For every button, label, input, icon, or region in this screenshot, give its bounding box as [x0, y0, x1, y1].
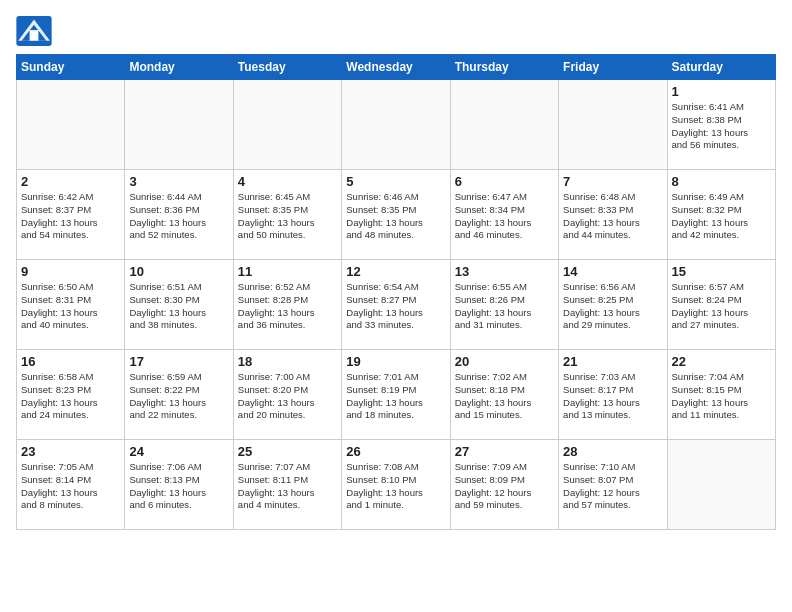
day-number: 22: [672, 354, 771, 369]
calendar-cell: 18Sunrise: 7:00 AM Sunset: 8:20 PM Dayli…: [233, 350, 341, 440]
calendar-cell: 2Sunrise: 6:42 AM Sunset: 8:37 PM Daylig…: [17, 170, 125, 260]
logo-icon: [16, 16, 52, 46]
calendar-cell: [450, 80, 558, 170]
col-header-tuesday: Tuesday: [233, 55, 341, 80]
day-info: Sunrise: 7:06 AM Sunset: 8:13 PM Dayligh…: [129, 461, 228, 512]
day-number: 8: [672, 174, 771, 189]
day-number: 10: [129, 264, 228, 279]
day-number: 28: [563, 444, 662, 459]
day-info: Sunrise: 6:55 AM Sunset: 8:26 PM Dayligh…: [455, 281, 554, 332]
col-header-saturday: Saturday: [667, 55, 775, 80]
calendar-cell: 5Sunrise: 6:46 AM Sunset: 8:35 PM Daylig…: [342, 170, 450, 260]
calendar-cell: 23Sunrise: 7:05 AM Sunset: 8:14 PM Dayli…: [17, 440, 125, 530]
day-number: 11: [238, 264, 337, 279]
day-info: Sunrise: 6:56 AM Sunset: 8:25 PM Dayligh…: [563, 281, 662, 332]
day-info: Sunrise: 7:09 AM Sunset: 8:09 PM Dayligh…: [455, 461, 554, 512]
calendar-cell: 14Sunrise: 6:56 AM Sunset: 8:25 PM Dayli…: [559, 260, 667, 350]
calendar-cell: 27Sunrise: 7:09 AM Sunset: 8:09 PM Dayli…: [450, 440, 558, 530]
calendar-week-5: 23Sunrise: 7:05 AM Sunset: 8:14 PM Dayli…: [17, 440, 776, 530]
day-number: 3: [129, 174, 228, 189]
day-number: 7: [563, 174, 662, 189]
day-number: 27: [455, 444, 554, 459]
calendar-cell: 21Sunrise: 7:03 AM Sunset: 8:17 PM Dayli…: [559, 350, 667, 440]
day-info: Sunrise: 6:57 AM Sunset: 8:24 PM Dayligh…: [672, 281, 771, 332]
calendar-week-3: 9Sunrise: 6:50 AM Sunset: 8:31 PM Daylig…: [17, 260, 776, 350]
svg-rect-3: [30, 30, 39, 41]
calendar-header-row: SundayMondayTuesdayWednesdayThursdayFrid…: [17, 55, 776, 80]
day-info: Sunrise: 6:46 AM Sunset: 8:35 PM Dayligh…: [346, 191, 445, 242]
day-info: Sunrise: 6:58 AM Sunset: 8:23 PM Dayligh…: [21, 371, 120, 422]
day-number: 12: [346, 264, 445, 279]
calendar-week-2: 2Sunrise: 6:42 AM Sunset: 8:37 PM Daylig…: [17, 170, 776, 260]
calendar-cell: 11Sunrise: 6:52 AM Sunset: 8:28 PM Dayli…: [233, 260, 341, 350]
day-number: 13: [455, 264, 554, 279]
day-number: 21: [563, 354, 662, 369]
col-header-thursday: Thursday: [450, 55, 558, 80]
calendar-cell: 15Sunrise: 6:57 AM Sunset: 8:24 PM Dayli…: [667, 260, 775, 350]
calendar-week-4: 16Sunrise: 6:58 AM Sunset: 8:23 PM Dayli…: [17, 350, 776, 440]
day-info: Sunrise: 6:48 AM Sunset: 8:33 PM Dayligh…: [563, 191, 662, 242]
calendar-cell: [233, 80, 341, 170]
col-header-sunday: Sunday: [17, 55, 125, 80]
day-number: 5: [346, 174, 445, 189]
day-info: Sunrise: 6:49 AM Sunset: 8:32 PM Dayligh…: [672, 191, 771, 242]
day-info: Sunrise: 6:47 AM Sunset: 8:34 PM Dayligh…: [455, 191, 554, 242]
calendar-cell: 9Sunrise: 6:50 AM Sunset: 8:31 PM Daylig…: [17, 260, 125, 350]
day-info: Sunrise: 6:54 AM Sunset: 8:27 PM Dayligh…: [346, 281, 445, 332]
day-info: Sunrise: 7:04 AM Sunset: 8:15 PM Dayligh…: [672, 371, 771, 422]
day-number: 17: [129, 354, 228, 369]
calendar-cell: 4Sunrise: 6:45 AM Sunset: 8:35 PM Daylig…: [233, 170, 341, 260]
calendar-cell: [125, 80, 233, 170]
calendar-cell: 26Sunrise: 7:08 AM Sunset: 8:10 PM Dayli…: [342, 440, 450, 530]
calendar-cell: 19Sunrise: 7:01 AM Sunset: 8:19 PM Dayli…: [342, 350, 450, 440]
calendar-cell: 20Sunrise: 7:02 AM Sunset: 8:18 PM Dayli…: [450, 350, 558, 440]
calendar-cell: [17, 80, 125, 170]
day-info: Sunrise: 7:00 AM Sunset: 8:20 PM Dayligh…: [238, 371, 337, 422]
calendar-cell: 25Sunrise: 7:07 AM Sunset: 8:11 PM Dayli…: [233, 440, 341, 530]
day-info: Sunrise: 7:08 AM Sunset: 8:10 PM Dayligh…: [346, 461, 445, 512]
calendar-cell: 7Sunrise: 6:48 AM Sunset: 8:33 PM Daylig…: [559, 170, 667, 260]
day-info: Sunrise: 6:41 AM Sunset: 8:38 PM Dayligh…: [672, 101, 771, 152]
day-info: Sunrise: 7:05 AM Sunset: 8:14 PM Dayligh…: [21, 461, 120, 512]
day-info: Sunrise: 7:01 AM Sunset: 8:19 PM Dayligh…: [346, 371, 445, 422]
calendar-cell: 22Sunrise: 7:04 AM Sunset: 8:15 PM Dayli…: [667, 350, 775, 440]
calendar-cell: 8Sunrise: 6:49 AM Sunset: 8:32 PM Daylig…: [667, 170, 775, 260]
calendar-cell: 10Sunrise: 6:51 AM Sunset: 8:30 PM Dayli…: [125, 260, 233, 350]
day-number: 1: [672, 84, 771, 99]
day-info: Sunrise: 7:07 AM Sunset: 8:11 PM Dayligh…: [238, 461, 337, 512]
calendar-cell: 1Sunrise: 6:41 AM Sunset: 8:38 PM Daylig…: [667, 80, 775, 170]
logo: [16, 16, 56, 46]
col-header-friday: Friday: [559, 55, 667, 80]
day-info: Sunrise: 6:50 AM Sunset: 8:31 PM Dayligh…: [21, 281, 120, 332]
day-number: 23: [21, 444, 120, 459]
day-info: Sunrise: 6:59 AM Sunset: 8:22 PM Dayligh…: [129, 371, 228, 422]
day-number: 4: [238, 174, 337, 189]
calendar-cell: 12Sunrise: 6:54 AM Sunset: 8:27 PM Dayli…: [342, 260, 450, 350]
day-info: Sunrise: 7:10 AM Sunset: 8:07 PM Dayligh…: [563, 461, 662, 512]
header: [16, 16, 776, 46]
calendar-cell: 17Sunrise: 6:59 AM Sunset: 8:22 PM Dayli…: [125, 350, 233, 440]
day-number: 2: [21, 174, 120, 189]
calendar-cell: 16Sunrise: 6:58 AM Sunset: 8:23 PM Dayli…: [17, 350, 125, 440]
day-info: Sunrise: 6:45 AM Sunset: 8:35 PM Dayligh…: [238, 191, 337, 242]
day-number: 14: [563, 264, 662, 279]
calendar-table: SundayMondayTuesdayWednesdayThursdayFrid…: [16, 54, 776, 530]
day-number: 16: [21, 354, 120, 369]
col-header-monday: Monday: [125, 55, 233, 80]
day-info: Sunrise: 7:03 AM Sunset: 8:17 PM Dayligh…: [563, 371, 662, 422]
col-header-wednesday: Wednesday: [342, 55, 450, 80]
day-number: 26: [346, 444, 445, 459]
day-number: 15: [672, 264, 771, 279]
calendar-cell: 24Sunrise: 7:06 AM Sunset: 8:13 PM Dayli…: [125, 440, 233, 530]
day-info: Sunrise: 6:42 AM Sunset: 8:37 PM Dayligh…: [21, 191, 120, 242]
calendar-week-1: 1Sunrise: 6:41 AM Sunset: 8:38 PM Daylig…: [17, 80, 776, 170]
day-number: 19: [346, 354, 445, 369]
day-info: Sunrise: 6:51 AM Sunset: 8:30 PM Dayligh…: [129, 281, 228, 332]
day-info: Sunrise: 7:02 AM Sunset: 8:18 PM Dayligh…: [455, 371, 554, 422]
calendar-cell: [667, 440, 775, 530]
day-number: 25: [238, 444, 337, 459]
calendar-cell: 3Sunrise: 6:44 AM Sunset: 8:36 PM Daylig…: [125, 170, 233, 260]
day-number: 6: [455, 174, 554, 189]
calendar-cell: [559, 80, 667, 170]
calendar-cell: 28Sunrise: 7:10 AM Sunset: 8:07 PM Dayli…: [559, 440, 667, 530]
